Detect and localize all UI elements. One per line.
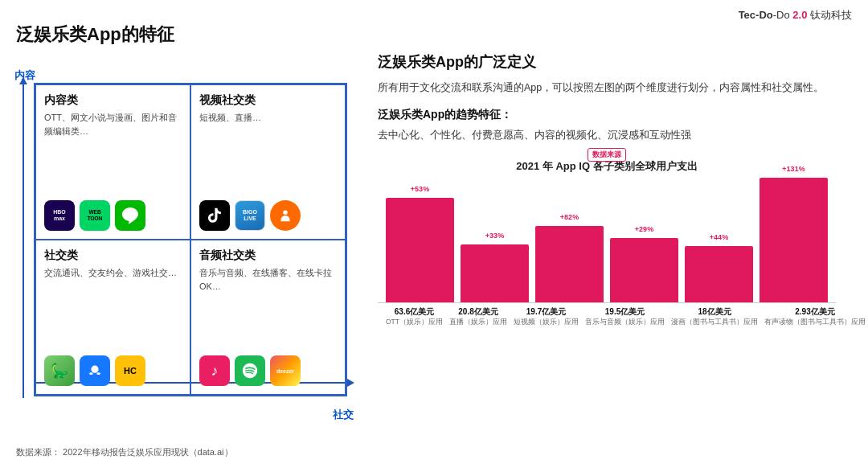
- bar-value-1: 20.8亿美元: [449, 306, 507, 318]
- company-name: 钛动科技: [810, 9, 852, 21]
- hc-icon: HC: [115, 355, 145, 386]
- webtoon-icon: WEBTOON: [80, 200, 110, 231]
- cell-audio-icons: ♪ deezer: [199, 355, 337, 386]
- trend-text: 去中心化、个性化、付费意愿高、内容的视频化、沉浸感和互动性强: [378, 127, 852, 144]
- bar-group-0: +53%: [386, 198, 454, 302]
- brand-name: Tec-Do: [739, 9, 773, 21]
- bar-chart: +53%+33%+82%+29%+44%+131%: [378, 179, 836, 303]
- cell-audio-social: 音频社交类 音乐与音频、在线播客、在线卡拉OK… ♪ deezer: [190, 240, 346, 395]
- cell-audio-title: 音频社交类: [199, 248, 337, 263]
- bar-value-4: 18亿美元: [671, 306, 758, 318]
- trend-title: 泛娱乐类App的趋势特征：: [378, 108, 852, 122]
- bar-labels: 63.6亿美元OTT（娱乐）应用20.8亿美元直播（娱乐）应用19.7亿美元短视…: [378, 303, 836, 326]
- bar-pct-1: +33%: [485, 232, 504, 240]
- svg-point-1: [91, 366, 98, 373]
- bar-group-1: +33%: [461, 244, 529, 302]
- bar-0: +53%: [386, 198, 454, 302]
- bar-label-group-3: 19.5亿美元音乐与音频（娱乐）应用: [585, 306, 665, 326]
- hbomax-icon: HBOmax: [44, 200, 75, 231]
- bar-label-group-1: 20.8亿美元直播（娱乐）应用: [449, 306, 507, 326]
- definition-text: 所有用于文化交流和联系沟通的App，可以按照左图的两个维度进行划分，内容属性和社…: [378, 80, 852, 96]
- cell-content: 内容类 OTT、网文小说与漫画、图片和音频编辑类… HBOmax WEBTOON: [35, 84, 190, 240]
- quadrant-grid: 内容类 OTT、网文小说与漫画、图片和音频编辑类… HBOmax WEBTOON…: [34, 83, 347, 396]
- bar-value-5: 2.93亿美元: [764, 306, 866, 318]
- bar-group-2: +82%: [535, 226, 604, 302]
- bar-value-3: 19.5亿美元: [585, 306, 665, 318]
- qq-icon: [80, 355, 110, 386]
- bar-label-group-0: 63.6亿美元OTT（娱乐）应用: [386, 306, 443, 326]
- bar-value-0: 63.6亿美元: [386, 306, 443, 318]
- chart-title: 数据来源 2021 年 App IQ 各子类别全球用户支出: [378, 159, 836, 174]
- cell-video-social: 视频社交类 短视频、直播… BIGOLIVE: [190, 84, 346, 240]
- bar-cat-3: 音乐与音频（娱乐）应用: [585, 318, 665, 326]
- bar-cat-4: 漫画（图书与工具书）应用: [671, 318, 758, 326]
- bar-3: +29%: [610, 238, 678, 302]
- footer: 数据来源： 2022年移动报告泛娱乐应用现状（data.ai）: [16, 446, 233, 458]
- cell-social-icons: 🦕 HC: [44, 355, 182, 386]
- bar-label-group-5: 2.93亿美元有声读物（图书与工具书）应用: [764, 306, 866, 326]
- bar-pct-2: +82%: [560, 213, 579, 221]
- spotify-icon: [235, 355, 265, 386]
- cell-social-title: 社交类: [44, 248, 182, 263]
- bar-label-group-2: 19.7亿美元短视频（娱乐）应用: [514, 306, 579, 326]
- bar-cat-5: 有声读物（图书与工具书）应用: [764, 318, 866, 326]
- chart-title-text: 2021 年 App IQ 各子类别全球用户支出: [516, 160, 697, 172]
- bar-cat-1: 直播（娱乐）应用: [449, 318, 507, 326]
- cell-audio-desc: 音乐与音频、在线播客、在线卡拉OK…: [199, 266, 337, 293]
- cell-video-desc: 短视频、直播…: [199, 111, 337, 125]
- brand-version: 2.0: [792, 9, 807, 21]
- bigolive-icon: BIGOLIVE: [235, 200, 265, 231]
- cell-social-desc: 交流通讯、交友约会、游戏社交…: [44, 266, 182, 280]
- bar-value-2: 19.7亿美元: [514, 306, 579, 318]
- bar-4: +44%: [685, 246, 753, 302]
- cell-video-title: 视频社交类: [199, 93, 337, 108]
- chart-source-badge: 数据来源: [588, 148, 626, 162]
- left-panel: 内容 社交 内容类 OTT、网文小说与漫画、图片和音频编辑类… HBOmax W…: [16, 52, 362, 422]
- bar-group-3: +29%: [610, 238, 678, 302]
- bar-pct-0: +53%: [411, 185, 429, 193]
- line-icon: [115, 200, 145, 231]
- y-axis-arrow: [23, 83, 24, 398]
- cell-content-icons: HBOmax WEBTOON: [44, 200, 182, 231]
- grid-row-bottom: 社交类 交流通讯、交友约会、游戏社交… 🦕 HC 音频社交类 音乐与音频、在线播…: [35, 240, 346, 395]
- bar-cat-0: OTT（娱乐）应用: [386, 318, 443, 326]
- bar-5: +131%: [760, 178, 828, 302]
- definition-title: 泛娱乐类App的广泛定义: [378, 52, 852, 72]
- cell-content-desc: OTT、网文小说与漫画、图片和音频编辑类…: [44, 111, 182, 138]
- page-title: 泛娱乐类App的特征: [16, 23, 174, 47]
- deezer-icon: deezer: [270, 355, 301, 386]
- bar-1: +33%: [461, 244, 529, 302]
- x-axis-label: 社交: [333, 408, 354, 422]
- music-icon: ♪: [199, 355, 230, 386]
- bar-group-4: +44%: [685, 246, 753, 302]
- mico-icon: [270, 200, 301, 231]
- tiktok-icon: [199, 200, 230, 231]
- right-panel: 泛娱乐类App的广泛定义 所有用于文化交流和联系沟通的App，可以按照左图的两个…: [378, 52, 852, 454]
- svg-point-0: [283, 211, 288, 216]
- cell-social: 社交类 交流通讯、交友约会、游戏社交… 🦕 HC: [35, 240, 190, 395]
- chart-area: 数据来源 2021 年 App IQ 各子类别全球用户支出 +53%+33%+8…: [378, 159, 836, 352]
- svg-point-3: [96, 372, 100, 375]
- bar-group-5: +131%: [760, 178, 828, 302]
- grid-row-top: 内容类 OTT、网文小说与漫画、图片和音频编辑类… HBOmax WEBTOON…: [35, 84, 346, 240]
- cell-content-title: 内容类: [44, 93, 182, 108]
- cell-video-icons: BIGOLIVE: [199, 200, 337, 231]
- bar-pct-5: +131%: [782, 165, 805, 173]
- bar-pct-3: +29%: [635, 225, 653, 233]
- bar-pct-4: +44%: [710, 233, 728, 241]
- header-brand: Tec-Do-Do 2.0 钛动科技: [739, 8, 852, 23]
- bar-2: +82%: [535, 226, 604, 302]
- svg-point-2: [89, 372, 93, 375]
- bar-label-group-4: 18亿美元漫画（图书与工具书）应用: [671, 306, 758, 326]
- dino-icon: 🦕: [44, 355, 75, 386]
- bar-cat-2: 短视频（娱乐）应用: [514, 318, 579, 326]
- footer-text: 数据来源： 2022年移动报告泛娱乐应用现状（data.ai）: [16, 447, 233, 457]
